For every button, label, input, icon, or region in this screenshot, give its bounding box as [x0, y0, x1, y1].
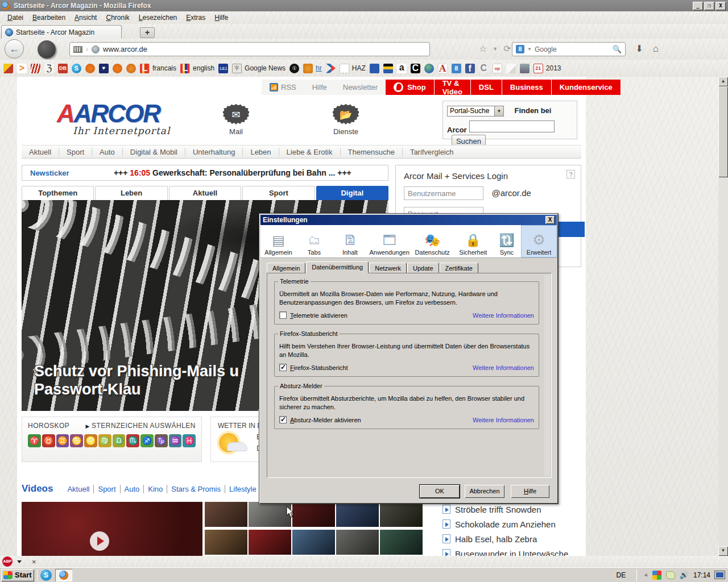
bookmark-favicon-globe[interactable] — [424, 64, 434, 73]
home-icon[interactable]: ⌂ — [650, 43, 662, 56]
portal-search-input[interactable] — [469, 120, 555, 132]
bookmark-favicon[interactable]: ℨ — [44, 64, 54, 73]
videos-link-sport[interactable]: Sport — [94, 485, 120, 493]
menu-ansicht[interactable]: Ansicht — [71, 12, 101, 23]
menu-datei[interactable]: Datei — [3, 12, 27, 23]
video-thumbnail[interactable] — [336, 530, 379, 555]
menu-bearbeiten[interactable]: Bearbeiten — [28, 12, 69, 23]
close-button[interactable]: X — [715, 2, 726, 10]
reload-icon[interactable]: ⟳ — [503, 43, 511, 54]
category-sicherheit[interactable]: Sicherheit — [454, 225, 493, 257]
category-tabs[interactable]: Tabs — [296, 225, 332, 257]
bookmark-label-francais[interactable]: francais — [152, 64, 176, 72]
tab-aktuell[interactable]: Aktuell — [169, 186, 241, 200]
url-text[interactable]: www.arcor.de — [103, 45, 426, 53]
bookmark-favicon[interactable] — [370, 64, 379, 73]
browser-tab[interactable]: Startseite - Arcor Magazin — [1, 25, 122, 39]
video-thumbnail[interactable] — [205, 530, 247, 555]
checkbox-label[interactable]: Absturz-Melder aktivieren — [290, 417, 361, 423]
help-icon[interactable]: ? — [566, 170, 575, 178]
hilfe-button[interactable]: Hilfe — [511, 485, 549, 498]
telemetrie-checkbox[interactable] — [279, 311, 287, 319]
category-erweitert[interactable]: Erweitert — [521, 225, 557, 257]
username-input[interactable]: Benutzername — [404, 186, 483, 200]
bookmark-label-english[interactable]: english — [193, 64, 214, 72]
bookmark-favicon[interactable] — [113, 64, 122, 73]
nav-digital-mobil[interactable]: Digital & Mobil — [123, 148, 185, 156]
videos-link-stars[interactable]: Stars & Promis — [167, 485, 225, 493]
newsticker[interactable]: Newsticker +++ 16:05 Gewerkschaft: Perso… — [22, 165, 388, 181]
sternzeichen-link[interactable]: STERNZEICHEN AUSWÄHLEN — [86, 422, 196, 430]
videos-link-aktuell[interactable]: Aktuell — [63, 485, 94, 493]
dialog-close-button[interactable]: X — [545, 216, 555, 224]
menu-hilfe[interactable]: Hilfe — [210, 12, 232, 23]
menu-lesezeichen[interactable]: Lesezeichen — [135, 12, 181, 23]
abbrechen-button[interactable]: Abbrechen — [465, 485, 504, 498]
ok-button[interactable]: OK — [420, 485, 460, 498]
checkbox-label[interactable]: Telemetrie aktivieren — [290, 312, 348, 319]
bookmark-favicon[interactable]: ♥ — [99, 64, 109, 73]
zodiac-scorpio-icon[interactable] — [126, 434, 139, 447]
dtab-datenuebermittlung[interactable]: Datenübermittlung — [306, 261, 369, 273]
google-engine-icon[interactable]: 8 — [516, 45, 524, 53]
scroll-up-icon[interactable]: ▲ — [718, 77, 728, 86]
news-item[interactable]: Schokolade zum Anziehen — [442, 517, 585, 531]
nav-themensuche[interactable]: Themensuche — [341, 148, 403, 156]
bookmark-favicon-ard[interactable]: ① — [289, 64, 299, 73]
bookmark-favicon[interactable]: C — [479, 64, 489, 73]
dtab-zertifikate[interactable]: Zertifikate — [440, 263, 478, 273]
zodiac-leo-icon[interactable] — [84, 434, 97, 447]
video-thumbnail[interactable] — [292, 502, 335, 527]
restore-button[interactable]: ❐ — [704, 2, 714, 10]
newsletter-link[interactable]: Newsletter — [335, 80, 386, 95]
nav-leben[interactable]: Leben — [243, 148, 279, 156]
page-scrollbar[interactable]: ▲ ▼ — [718, 77, 728, 556]
search-icon[interactable]: 🔍 — [613, 45, 622, 53]
video-thumbnail[interactable] — [205, 502, 247, 527]
dtab-update[interactable]: Update — [407, 263, 439, 273]
bookmark-favicon-empty[interactable] — [340, 64, 349, 73]
tv-video-button[interactable]: TV & Video — [435, 80, 471, 95]
bookmark-favicon[interactable] — [520, 64, 530, 73]
nav-unterhaltung[interactable]: Unterhaltung — [185, 148, 243, 156]
zodiac-pisces-icon[interactable] — [183, 434, 196, 447]
bookmark-favicon-facebook[interactable]: f — [465, 64, 475, 73]
bookmark-favicon-google[interactable]: 8 — [452, 64, 461, 73]
video-thumbnail[interactable] — [380, 530, 423, 555]
bookmark-favicon[interactable] — [31, 64, 40, 73]
zodiac-aquarius-icon[interactable] — [169, 434, 182, 447]
bookmark-favicon[interactable]: L — [180, 64, 190, 73]
bookmark-favicon[interactable] — [3, 64, 13, 73]
dtab-netzwerk[interactable]: Netzwerk — [369, 263, 407, 273]
back-button[interactable]: ← — [5, 39, 24, 59]
portal-search-dropdown[interactable]: Portal-Suche▼ — [447, 106, 504, 117]
bookmark-favicon[interactable] — [85, 64, 95, 73]
nav-auto[interactable]: Auto — [92, 148, 123, 156]
bookmark-favicon-calendar[interactable]: 21 — [533, 64, 543, 73]
tray-app-icon[interactable] — [666, 571, 675, 579]
checkbox-label[interactable]: Firefox-Statusbericht — [290, 364, 348, 371]
zodiac-libra-icon[interactable] — [113, 434, 126, 447]
bookmark-favicon[interactable]: C — [411, 64, 420, 73]
scrollbar-thumb[interactable] — [718, 86, 728, 177]
news-item[interactable]: Halb Esel, halb Zebra — [442, 531, 585, 546]
zodiac-gemini-icon[interactable] — [56, 434, 69, 447]
videos-link-kino[interactable]: Kino — [144, 485, 167, 493]
video-thumbnail[interactable] — [336, 502, 379, 527]
business-button[interactable]: Business — [502, 80, 552, 95]
display-icon[interactable] — [715, 571, 725, 579]
tray-app-icon[interactable] — [652, 571, 661, 580]
new-tab-button[interactable]: + — [140, 27, 155, 38]
tab-leben[interactable]: Leben — [95, 186, 167, 200]
menu-extras[interactable]: Extras — [182, 12, 209, 23]
videos-link-auto[interactable]: Auto — [121, 485, 144, 493]
bookmark-favicon[interactable]: A — [438, 64, 448, 73]
bookmark-favicon[interactable]: op — [493, 64, 502, 73]
arcor-logo[interactable]: AARCOR Ihr Internetportal — [57, 102, 170, 136]
bookmark-favicon[interactable]: 1&1 — [218, 64, 228, 73]
scroll-down-icon[interactable]: ▼ — [718, 546, 728, 556]
category-sync[interactable]: Sync — [493, 225, 521, 257]
category-inhalt[interactable]: Inhalt — [332, 225, 368, 257]
dtab-allgemein[interactable]: Allgemein — [267, 263, 305, 273]
bookmarks-dropdown-icon[interactable]: ▼ — [493, 46, 498, 52]
